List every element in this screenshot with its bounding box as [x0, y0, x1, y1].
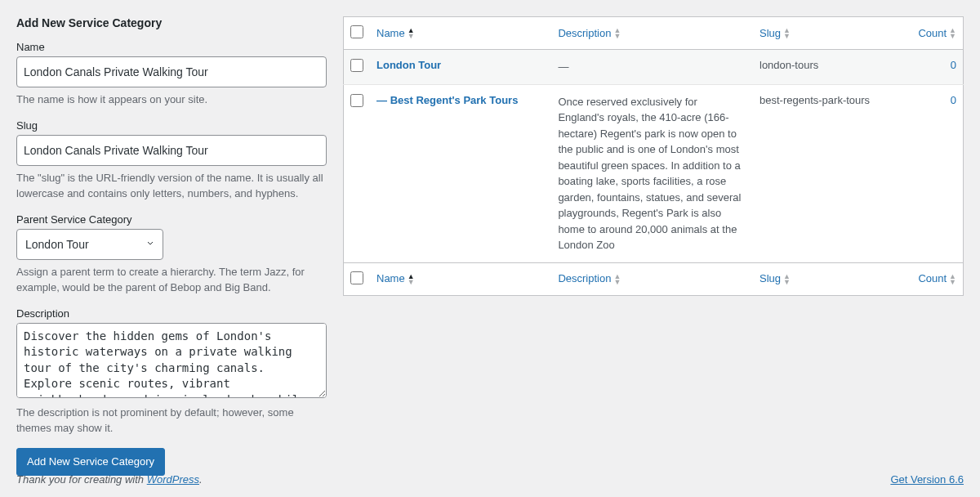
wordpress-link[interactable]: WordPress — [147, 473, 199, 486]
row-description: — — [551, 50, 753, 85]
description-label: Description — [16, 307, 327, 320]
admin-footer: Thank you for creating with WordPress. G… — [0, 462, 980, 497]
name-help: The name is how it appears on your site. — [16, 92, 327, 108]
slug-input[interactable] — [16, 135, 327, 166]
select-all-checkbox-bottom[interactable] — [350, 271, 363, 284]
row-title-link[interactable]: — Best Regent's Park Tours — [376, 94, 518, 106]
categories-table: Name▲▼ Description▲▼ Slug▲▼ Count▲▼ Lond… — [343, 16, 964, 296]
name-input[interactable] — [16, 56, 327, 87]
parent-help: Assign a parent term to create a hierarc… — [16, 264, 327, 296]
row-description: Once reserved exclusively for England's … — [551, 84, 753, 262]
sort-icon: ▲▼ — [949, 28, 956, 39]
select-all-checkbox-top[interactable] — [350, 25, 363, 38]
sort-icon: ▲▼ — [783, 274, 791, 285]
name-label: Name — [16, 41, 327, 53]
parent-label: Parent Service Category — [16, 213, 327, 226]
sort-icon: ▲▼ — [613, 28, 621, 39]
sort-count-bottom[interactable]: Count▲▼ — [918, 272, 956, 284]
sort-icon: ▲▼ — [613, 274, 621, 285]
parent-select[interactable]: London Tour — [16, 229, 163, 260]
description-textarea[interactable]: Discover the hidden gems of London's his… — [16, 323, 327, 398]
form-heading: Add New Service Category — [16, 16, 327, 29]
table-row: London Tour — london-tours 0 — [344, 50, 964, 85]
sort-icon: ▲▼ — [783, 28, 791, 39]
row-checkbox[interactable] — [350, 94, 363, 107]
row-count-link[interactable]: 0 — [951, 94, 956, 106]
row-count-link[interactable]: 0 — [951, 59, 956, 71]
sort-icon: ▲▼ — [408, 28, 415, 39]
sort-name[interactable]: Name▲▼ — [376, 27, 415, 39]
sort-name-bottom[interactable]: Name▲▼ — [376, 272, 415, 284]
sort-description-bottom[interactable]: Description▲▼ — [558, 272, 621, 284]
sort-slug[interactable]: Slug▲▼ — [760, 27, 791, 39]
row-slug: best-regents-park-tours — [753, 84, 898, 262]
footer-thanks: Thank you for creating with WordPress. — [16, 473, 203, 486]
row-title-link[interactable]: London Tour — [376, 59, 441, 71]
sort-count[interactable]: Count▲▼ — [918, 27, 956, 39]
slug-help: The "slug" is the URL-friendly version o… — [16, 170, 327, 202]
version-link[interactable]: Get Version 6.6 — [890, 473, 964, 486]
sort-description[interactable]: Description▲▼ — [558, 27, 621, 39]
add-category-form: Add New Service Category Name The name i… — [16, 16, 327, 476]
table-row: — Best Regent's Park Tours Once reserved… — [344, 84, 964, 262]
sort-icon: ▲▼ — [408, 274, 415, 285]
row-checkbox[interactable] — [350, 59, 363, 72]
row-slug: london-tours — [753, 50, 898, 85]
sort-icon: ▲▼ — [949, 274, 956, 285]
sort-slug-bottom[interactable]: Slug▲▼ — [760, 272, 791, 284]
description-help: The description is not prominent by defa… — [16, 405, 327, 437]
slug-label: Slug — [16, 119, 327, 132]
